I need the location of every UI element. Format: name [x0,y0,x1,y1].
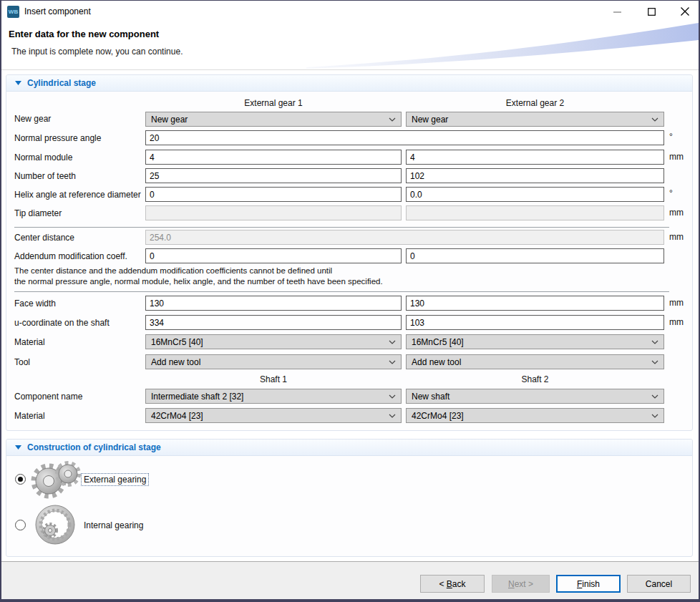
label-tip-diameter: Tip diameter [14,208,62,218]
chevron-down-icon [651,360,658,364]
component-name-dropdown-shaft1[interactable]: Intermediate shaft 2 [32] [145,389,402,404]
label-center-distance: Center distance [14,233,74,243]
label-tool: Tool [14,357,30,367]
u-coordinate-input-gear1[interactable] [145,315,402,330]
note-text-line2: the normal pressure angle, normal module… [14,277,383,286]
section-title: Construction of cylindrical stage [27,442,161,452]
helix-angle-input-gear1[interactable] [145,187,402,202]
normal-module-input-gear1[interactable] [145,150,402,165]
minimize-icon [613,8,621,16]
tip-diameter-input-gear2 [406,205,664,220]
addendum-modification-input-gear2[interactable] [406,248,664,263]
separator [14,291,669,292]
chevron-down-icon [651,394,658,399]
close-button[interactable] [673,1,697,21]
chevron-down-icon [651,414,658,418]
unit-mm: mm [669,317,684,327]
construction-panel: Construction of cylindrical stage [6,439,693,557]
column-header-external-gear-1: External gear 1 [145,98,402,108]
external-gearing-label[interactable]: External gearing [82,474,148,485]
header-divider [1,69,699,70]
label-face-width: Face width [14,298,56,309]
internal-gearing-label[interactable]: Internal gearing [82,520,145,531]
column-header-external-gear-2: External gear 2 [406,98,664,108]
unit-degree: ° [669,188,673,198]
window-title: Insert component [24,6,91,16]
back-button[interactable]: < Back [420,575,485,593]
collapse-arrow-icon [15,81,21,85]
gear-material-dropdown-gear1[interactable]: 16MnCr5 [40] [145,334,402,349]
page-title: Enter data for the new component [9,29,159,39]
app-icon: WB [7,6,19,18]
external-gearing-image[interactable] [30,457,82,500]
label-shaft-material: Material [14,411,45,421]
close-icon [681,7,689,16]
label-u-coordinate: u-coordinate on the shaft [14,318,110,328]
label-component-name: Component name [14,392,82,402]
label-helix-angle: Helix angle at reference diameter [14,190,141,200]
label-number-of-teeth: Number of teeth [14,171,76,181]
shaft-material-dropdown-shaft1[interactable]: 42CrMo4 [23] [145,408,402,423]
new-gear-dropdown-gear1[interactable]: New gear [145,112,402,127]
tool-dropdown-gear1[interactable]: Add new tool [145,354,402,369]
number-of-teeth-input-gear2[interactable] [406,168,664,183]
unit-mm: mm [669,298,684,308]
label-new-gear: New gear [14,114,51,124]
face-width-input-gear1[interactable] [145,296,402,311]
unit-degree: ° [669,132,673,142]
label-normal-module: Normal module [14,152,72,162]
external-gearing-radio[interactable] [15,474,26,485]
separator [14,227,669,228]
internal-gearing-radio[interactable] [15,520,26,530]
collapse-arrow-icon [15,445,21,450]
helix-angle-input-gear2[interactable] [406,187,664,202]
section-title: Cylindrical stage [27,78,96,88]
gear-material-dropdown-gear2[interactable]: 16MnCr5 [40] [406,334,664,349]
label-addendum-modification: Addendum modification coeff. [14,251,127,261]
page-subtitle: The input is complete now, you can conti… [11,47,183,57]
new-gear-dropdown-gear2[interactable]: New gear [406,112,664,127]
chevron-down-icon [389,394,396,399]
u-coordinate-input-gear2[interactable] [406,315,664,330]
label-gear-material: Material [14,337,45,347]
label-normal-pressure-angle: Normal pressure angle [14,133,101,143]
column-header-shaft-1: Shaft 1 [145,374,402,384]
construction-section-header[interactable]: Construction of cylindrical stage [6,440,692,456]
button-bar: < Back Next > Finish Cancel [0,561,700,602]
maximize-icon [648,8,656,16]
component-name-dropdown-shaft2[interactable]: New shaft [406,389,664,404]
unit-mm: mm [669,232,684,242]
chevron-down-icon [389,340,396,344]
internal-gearing-image[interactable] [33,503,77,547]
tip-diameter-input-gear1 [145,205,402,220]
chevron-down-icon [651,340,658,344]
chevron-down-icon [389,414,396,418]
chevron-down-icon [389,117,396,122]
face-width-input-gear2[interactable] [406,296,664,311]
cylindrical-stage-section-header[interactable]: Cylindrical stage [6,75,692,92]
next-button: Next > [492,575,550,593]
minimize-button[interactable] [605,1,629,21]
tool-dropdown-gear2[interactable]: Add new tool [406,354,664,369]
insert-component-dialog: WB Insert component Enter data for the n… [0,0,700,602]
maximize-button[interactable] [639,1,663,21]
normal-module-input-gear2[interactable] [406,150,664,165]
note-text-line1: The center distance and the addendum mod… [14,266,332,275]
chevron-down-icon [651,117,658,122]
addendum-modification-input-gear1[interactable] [145,248,402,263]
shaft-material-dropdown-shaft2[interactable]: 42CrMo4 [23] [406,408,664,423]
unit-mm: mm [669,208,684,218]
normal-pressure-angle-input[interactable] [145,130,664,145]
header-swoosh-graphic [306,20,699,72]
cancel-button[interactable]: Cancel [627,575,691,593]
column-header-shaft-2: Shaft 2 [406,374,664,384]
number-of-teeth-input-gear1[interactable] [145,168,402,183]
center-distance-input [145,230,664,245]
chevron-down-icon [389,360,396,364]
unit-mm: mm [669,152,684,162]
finish-button[interactable]: Finish [556,575,621,593]
